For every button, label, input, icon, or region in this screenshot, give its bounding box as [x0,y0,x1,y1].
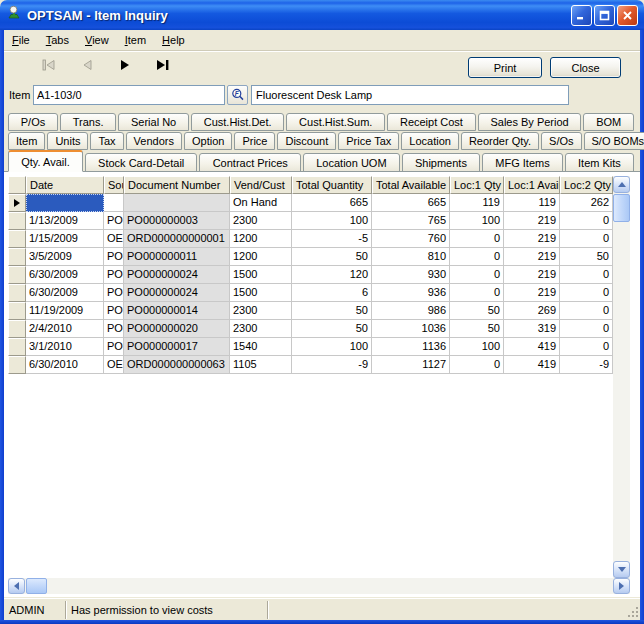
cell-total-available[interactable]: 665 [372,194,450,212]
cell-total-quantity[interactable]: 50 [292,302,372,320]
tab-discount[interactable]: Discount [277,132,336,150]
scroll-up-button[interactable] [613,176,630,193]
column-header-total-quantity[interactable]: Total Quantity [292,176,372,194]
cell-doc[interactable]: PO000000011 [124,248,230,266]
item-find-button[interactable]: F [227,85,248,105]
cell-loc1-qty[interactable]: 0 [450,284,504,302]
scroll-right-button[interactable] [613,578,630,594]
tab-vendors[interactable]: Vendors [126,132,182,150]
scroll-left-button[interactable] [8,578,25,594]
cell-source[interactable]: PO [104,284,124,302]
cell-total-available[interactable]: 1127 [372,356,450,374]
column-header-sel[interactable] [8,176,26,194]
table-row[interactable]: 2/4/2010POPO0000000202300501036503190 [8,320,613,338]
close-window-button[interactable] [617,5,638,26]
column-header-vend[interactable]: Vend/Cust [230,176,292,194]
cell-total-quantity[interactable]: 6 [292,284,372,302]
cell-loc1-avail[interactable]: 419 [504,338,560,356]
cell-date[interactable]: 3/1/2010 [26,338,104,356]
tab-qty-avail[interactable]: Qty. Avail. [8,150,83,172]
cell-loc2-qty[interactable]: 50 [560,248,613,266]
cell-source[interactable]: PO [104,338,124,356]
print-button[interactable]: Print [468,57,542,78]
cell-vend[interactable]: 1540 [230,338,292,356]
tab-price-tax[interactable]: Price Tax [338,132,399,150]
cell-loc1-qty[interactable]: 100 [450,338,504,356]
menu-help[interactable]: Help [154,32,193,48]
column-header-loc1-qty[interactable]: Loc:1 Qty [450,176,504,194]
maximize-button[interactable] [594,5,615,26]
menu-view[interactable]: View [77,32,117,48]
cell-loc1-avail[interactable]: 219 [504,230,560,248]
cell-loc1-avail[interactable]: 219 [504,248,560,266]
cell-total-quantity[interactable]: 50 [292,248,372,266]
cell-loc1-avail[interactable]: 419 [504,356,560,374]
cell-loc2-qty[interactable]: 0 [560,320,613,338]
cell-date[interactable]: 6/30/2009 [26,266,104,284]
tab-location[interactable]: Location [401,132,459,150]
tab-receipt-cost[interactable]: Receipt Cost [387,113,475,131]
cell-source[interactable]: PO [104,266,124,284]
cell-doc[interactable]: PO000000020 [124,320,230,338]
cell-loc1-avail[interactable]: 219 [504,284,560,302]
table-row[interactable]: 1/15/2009OEORD0000000000011200-576002190 [8,230,613,248]
cell-date[interactable]: 2/4/2010 [26,320,104,338]
row-selector-cell[interactable] [8,266,26,284]
cell-total-quantity[interactable]: -9 [292,356,372,374]
tab-cust-hist-det[interactable]: Cust.Hist.Det. [191,113,284,131]
cell-vend[interactable]: 2300 [230,320,292,338]
nav-previous-button[interactable] [74,58,100,75]
column-header-doc[interactable]: Document Number [124,176,230,194]
cell-vend[interactable]: On Hand [230,194,292,212]
row-selector-cell[interactable] [8,356,26,374]
cell-source[interactable]: OE [104,230,124,248]
cell-loc1-avail[interactable]: 269 [504,302,560,320]
cell-total-available[interactable]: 986 [372,302,450,320]
cell-loc1-qty[interactable]: 50 [450,302,504,320]
cell-date[interactable] [26,194,104,212]
minimize-button[interactable] [571,5,592,26]
cell-total-available[interactable]: 1036 [372,320,450,338]
tab-mfg-items[interactable]: MFG Items [482,153,563,172]
cell-doc[interactable]: ORD000000000001 [124,230,230,248]
tab-units[interactable]: Units [47,132,88,150]
cell-date[interactable]: 11/19/2009 [26,302,104,320]
cell-total-available[interactable]: 765 [372,212,450,230]
tab-option[interactable]: Option [184,132,232,150]
item-number-input[interactable] [33,85,225,105]
tab-location-uom[interactable]: Location UOM [303,153,400,172]
tab-s-os[interactable]: S/Os [541,132,581,150]
cell-source[interactable]: PO [104,302,124,320]
cell-doc[interactable]: PO000000024 [124,266,230,284]
column-header-date[interactable]: Date [26,176,104,194]
column-header-loc1-avail[interactable]: Loc:1 Avail [504,176,560,194]
close-button[interactable]: Close [550,57,621,78]
cell-vend[interactable]: 1200 [230,230,292,248]
cell-doc[interactable]: PO000000003 [124,212,230,230]
cell-loc1-qty[interactable]: 0 [450,248,504,266]
column-header-total-available[interactable]: Total Available [372,176,450,194]
cell-loc1-qty[interactable]: 0 [450,230,504,248]
nav-last-button[interactable] [150,58,176,75]
table-row[interactable]: 6/30/2009POPO0000000241500693602190 [8,284,613,302]
cell-total-quantity[interactable]: 100 [292,338,372,356]
row-selector-cell[interactable] [8,320,26,338]
cell-loc1-avail[interactable]: 119 [504,194,560,212]
cell-loc1-qty[interactable]: 119 [450,194,504,212]
tab-trans[interactable]: Trans. [60,113,116,131]
menu-file[interactable]: File [4,32,38,48]
cell-total-quantity[interactable]: 100 [292,212,372,230]
table-row[interactable]: 11/19/2009POPO000000014230050986502690 [8,302,613,320]
cell-loc2-qty[interactable]: 0 [560,338,613,356]
vertical-scrollbar[interactable] [613,176,630,578]
cell-loc2-qty[interactable]: 262 [560,194,613,212]
cell-date[interactable]: 3/5/2009 [26,248,104,266]
cell-loc2-qty[interactable]: 0 [560,284,613,302]
table-row[interactable]: 3/5/2009POPO000000011120050810021950 [8,248,613,266]
cell-total-quantity[interactable]: -5 [292,230,372,248]
tab-stock-card-detail[interactable]: Stock Card-Detail [85,153,198,172]
tab-shipments[interactable]: Shipments [402,153,480,172]
table-row[interactable]: On Hand665665119119262 [8,194,613,212]
row-selector-cell[interactable] [8,302,26,320]
resize-grip[interactable] [628,607,638,617]
